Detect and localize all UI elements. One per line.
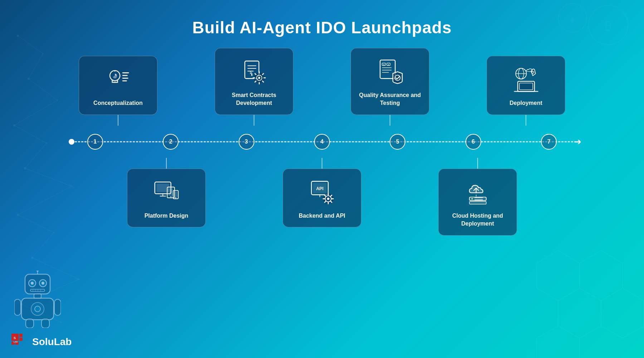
- timeline-node-6: 6: [465, 134, 481, 150]
- cloud-hosting-wrapper: Cloud Hosting and Deployment: [438, 158, 517, 236]
- connector-6-up: [477, 158, 478, 169]
- platform-design-label: Platform Design: [145, 212, 189, 220]
- svg-rect-125: [14, 299, 21, 315]
- timeline-node-2: 2: [163, 134, 179, 150]
- svg-rect-121: [34, 294, 41, 298]
- conceptualization-label: Conceptualization: [93, 99, 143, 107]
- connector-4-up: [322, 158, 322, 169]
- timeline-node-3: 3: [239, 134, 254, 150]
- cloud-hosting-icon: [463, 178, 492, 207]
- svg-line-100: [331, 195, 332, 197]
- svg-rect-132: [19, 334, 23, 337]
- svg-line-55: [262, 81, 263, 82]
- cloud-hosting-label: Cloud Hosting and Deployment: [446, 212, 509, 228]
- robot-decoration: [14, 271, 61, 329]
- smart-contracts-wrapper: Smart Contracts Development: [215, 48, 293, 126]
- connector-2-up: [166, 158, 167, 169]
- svg-point-49: [258, 77, 260, 79]
- deployment-label: Deployment: [509, 99, 542, 107]
- svg-point-104: [471, 198, 473, 200]
- svg-text:LAB: LAB: [14, 341, 18, 343]
- deployment-icon: [512, 65, 540, 94]
- svg-rect-42: [122, 80, 127, 81]
- svg-rect-81: [169, 188, 173, 196]
- svg-rect-84: [174, 192, 177, 197]
- smart-contracts-card: Smart Contracts Development: [215, 48, 293, 115]
- conceptualization-card: Conceptualization: [79, 56, 157, 115]
- svg-text:Q: Q: [383, 64, 384, 66]
- conceptualization-wrapper: Conceptualization: [79, 56, 157, 125]
- svg-point-112: [31, 282, 34, 285]
- top-cards-row: Conceptualization: [43, 48, 601, 126]
- backend-api-label: Backend and API: [299, 212, 345, 220]
- logo-container: S LAB SoluLab: [11, 333, 72, 351]
- svg-point-58: [251, 74, 253, 76]
- svg-point-115: [36, 271, 39, 272]
- svg-point-85: [175, 197, 176, 198]
- svg-rect-127: [26, 319, 34, 328]
- solulab-logo-icon: S LAB: [11, 333, 29, 351]
- quality-assurance-icon: Q A: [376, 57, 404, 86]
- svg-rect-39: [122, 72, 129, 73]
- svg-line-54: [255, 73, 256, 74]
- timeline-row: ➔ 1 2 3 4 5 6 7: [43, 133, 601, 151]
- svg-point-124: [35, 306, 40, 312]
- quality-assurance-card: Q A Quality Assur: [351, 48, 429, 115]
- svg-line-98: [325, 195, 326, 197]
- timeline-node-5: 5: [390, 134, 405, 150]
- cloud-hosting-card: Cloud Hosting and Deployment: [438, 169, 517, 236]
- smart-contracts-label: Smart Contracts Development: [222, 91, 286, 107]
- timeline-nodes: 1 2 3 4 5 6 7: [50, 134, 594, 150]
- main-content: Build AI-Agent IDO Launchpads: [0, 0, 644, 358]
- svg-rect-126: [54, 299, 61, 315]
- svg-rect-40: [122, 75, 127, 76]
- svg-rect-133: [19, 338, 23, 341]
- connector-5-down: [390, 115, 390, 126]
- svg-rect-128: [42, 319, 49, 328]
- svg-text:S: S: [14, 336, 16, 340]
- platform-design-icon: [152, 178, 181, 207]
- svg-text:API: API: [316, 186, 323, 191]
- svg-line-101: [325, 202, 326, 203]
- conceptualization-icon: [104, 65, 132, 94]
- timeline-node-4: 4: [314, 134, 330, 150]
- bottom-cards-row: Platform Design API: [43, 158, 601, 236]
- connector-1-down: [118, 115, 118, 126]
- platform-design-wrapper: Platform Design: [127, 158, 206, 227]
- svg-point-82: [170, 197, 171, 198]
- quality-assurance-wrapper: Q A Quality Assur: [351, 48, 429, 126]
- svg-point-93: [327, 198, 330, 200]
- platform-design-card: Platform Design: [127, 169, 206, 227]
- backend-api-icon: API: [308, 178, 336, 207]
- process-container: Conceptualization: [0, 48, 644, 236]
- timeline-node-1: 1: [87, 134, 103, 150]
- deployment-wrapper: Deployment: [487, 56, 565, 125]
- svg-point-113: [42, 282, 44, 285]
- svg-line-57: [255, 81, 256, 82]
- svg-line-56: [262, 73, 263, 74]
- smart-contracts-icon: [240, 57, 268, 86]
- svg-rect-108: [469, 202, 486, 204]
- logo-text: SoluLab: [32, 336, 72, 348]
- backend-api-card: API: [283, 169, 361, 227]
- svg-rect-41: [122, 78, 128, 79]
- quality-assurance-label: Quality Assurance and Testing: [358, 91, 422, 107]
- timeline-node-7: 7: [541, 134, 557, 150]
- backend-api-wrapper: API: [283, 158, 361, 227]
- deployment-card: Deployment: [487, 56, 565, 115]
- connector-3-down: [254, 115, 254, 126]
- connector-7-down: [526, 115, 526, 126]
- page-title: Build AI-Agent IDO Launchpads: [192, 18, 452, 37]
- svg-line-99: [331, 202, 332, 203]
